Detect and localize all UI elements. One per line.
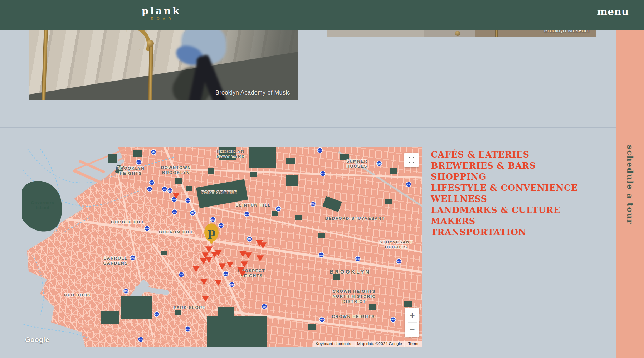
map-neighborhood-label: GovernorsIsland [31,200,54,210]
poi-marker[interactable] [226,262,234,268]
map-neighborhood-label: PARK SLOPE [174,305,206,310]
mta-station-icon[interactable]: MTA [377,161,382,166]
mta-station-icon[interactable]: MTA [168,188,172,193]
mta-station-icon[interactable]: MTA [219,223,224,228]
map-neighborhood-label: CARROLLGARDENS [103,256,128,266]
section-divider [0,127,616,128]
mta-station-icon[interactable]: MTA [162,187,167,192]
mta-station-icon[interactable]: MTA [406,182,411,187]
category-link[interactable]: LIFESTYLE & CONVENIENCE [431,182,577,194]
site-logo[interactable]: plank ROAD [142,6,181,21]
map-neighborhood-label: CROWN HEIGHTS [332,314,375,319]
poi-marker[interactable] [215,250,222,256]
schedule-tour-tab[interactable]: schedule a tour [616,30,644,358]
poi-marker[interactable] [192,266,200,272]
map-park-area [161,251,167,255]
photo-bollard [455,31,460,36]
map-neighborhood-label: BEDFORD-STUYVESANT [325,216,385,221]
photo-brooklyn-museum[interactable]: Brooklyn Museum [327,30,596,37]
map-park-area [218,307,234,319]
category-link[interactable]: SHOPPING [431,171,577,183]
mta-station-icon[interactable]: MTA [149,180,154,185]
mta-station-icon[interactable]: MTA [244,212,249,217]
map-park-area [175,178,182,184]
map-neighborhood-label: COBBLE HILL [111,219,145,224]
map-park-area [333,274,340,280]
mta-station-icon[interactable]: MTA [186,198,190,203]
mta-station-icon[interactable]: MTA [147,187,152,192]
mta-station-icon[interactable]: MTA [321,171,325,176]
mta-station-icon[interactable]: MTA [397,259,401,264]
mta-station-icon[interactable]: MTA [136,160,141,165]
mta-station-icon[interactable]: MTA [138,337,143,342]
poi-marker[interactable] [215,280,222,286]
mta-station-icon[interactable]: MTA [223,272,228,276]
poi-marker[interactable] [239,271,246,277]
map-zoom-control: + − [405,308,419,337]
google-logo[interactable]: Google [25,336,49,344]
map-data-text: Map data ©2024 Google [354,341,405,347]
poi-marker[interactable] [245,252,252,258]
poi-marker[interactable] [200,279,208,285]
keyboard-shortcuts-link[interactable]: Keyboard shortcuts [313,341,354,347]
neighborhood-map[interactable]: BROOKLYNHEIGHTSDOWNTOWNBROOKLYNBROOKLYNN… [22,147,422,347]
poi-marker[interactable] [219,263,226,270]
map-neighborhood-label: FORT GREENE [201,190,237,195]
brass-railing-knob [147,40,154,47]
mta-station-icon[interactable]: MTA [320,317,325,322]
category-link[interactable]: CAFÉS & EATERIES [431,149,577,160]
poi-marker[interactable] [241,261,248,267]
poi-marker[interactable] [202,296,209,302]
mta-station-icon[interactable]: MTA [130,256,135,260]
map-park-area [286,158,295,164]
mta-station-icon[interactable]: MTA [276,207,281,211]
photo-brooklyn-academy-of-music[interactable]: Brooklyn Academy of Music [29,30,298,100]
terms-link[interactable]: Terms [405,341,422,347]
fullscreen-icon [409,157,414,163]
mta-station-icon[interactable]: MTA [247,237,252,241]
site-header: plank ROAD menu [0,0,644,30]
schedule-tour-label: schedule a tour [625,145,635,224]
mta-station-icon[interactable]: MTA [230,282,234,287]
mta-station-icon[interactable]: MTA [151,150,156,154]
map-park-area [207,316,267,347]
category-link[interactable]: WELLNESS [431,193,577,205]
map-neighborhood-label: BROOKLYNNAVY YARD [216,149,245,159]
mta-station-icon[interactable]: MTA [210,217,215,222]
category-link[interactable]: BREWERIES & BARS [431,160,577,171]
logo-subtext: ROAD [142,17,181,21]
mta-station-icon[interactable]: MTA [179,272,184,277]
zoom-in-button[interactable]: + [405,308,419,322]
map-park-area [295,215,302,221]
mta-station-icon[interactable]: MTA [190,211,195,215]
fullscreen-button[interactable] [404,153,419,167]
mta-station-icon[interactable]: MTA [319,253,324,257]
map-park-area [318,233,325,238]
mta-station-icon[interactable]: MTA [355,256,360,261]
map-park-area [404,301,412,307]
mta-station-icon[interactable]: MTA [172,210,177,214]
poi-marker[interactable] [200,258,207,264]
poi-marker[interactable] [259,242,267,248]
mta-station-icon[interactable]: MTA [186,327,190,332]
property-location-marker[interactable]: p [204,223,219,244]
poi-marker[interactable] [172,193,180,199]
map-attribution: Keyboard shortcuts Map data ©2024 Google… [313,341,422,347]
menu-button[interactable]: menu [597,6,629,17]
poi-marker[interactable] [257,255,264,261]
category-link[interactable]: TRANSPORTATION [431,227,577,238]
mta-station-icon[interactable]: MTA [311,202,315,206]
mta-station-icon[interactable]: MTA [391,317,396,322]
map-park-area [101,311,119,324]
mta-station-icon[interactable]: MTA [123,289,128,293]
category-link[interactable]: MAKERS [431,216,577,227]
map-park-area [272,211,278,216]
category-link[interactable]: LANDMARKS & CULTURE [431,204,577,216]
mta-station-icon[interactable]: MTA [317,148,322,153]
mta-station-icon[interactable]: MTA [155,312,159,316]
mta-station-icon[interactable]: MTA [262,304,267,309]
mta-station-icon[interactable]: MTA [145,226,150,231]
property-marker-letter: p [204,223,219,241]
zoom-out-button[interactable]: − [405,323,419,337]
pedestrian-figure [169,30,239,100]
